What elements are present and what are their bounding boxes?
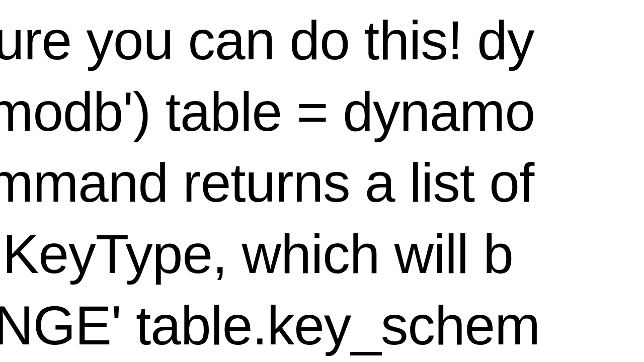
text-line-3: ommand returns a list of [0, 147, 644, 219]
text-line-2: amodb') table = dynamo [0, 76, 644, 148]
text-block: Sure you can do this! dy amodb') table =… [0, 5, 644, 361]
text-line-1: Sure you can do this! dy [0, 5, 644, 76]
text-line-4: d KeyType, which will b [0, 219, 644, 290]
text-line-5: ANGE' table.key_schem [0, 290, 644, 361]
